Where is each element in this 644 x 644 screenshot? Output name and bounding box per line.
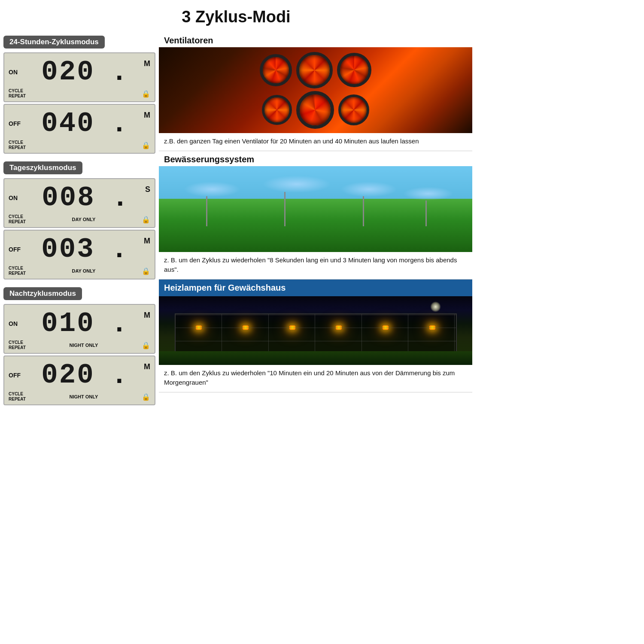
mode-day: Tageszyklusmodus ON 008 . S CYCLEREPEAT …	[0, 158, 159, 284]
lcd-night-on-digits: 010	[41, 308, 94, 339]
lcd-night-tag-2: NIGHT ONLY	[70, 394, 98, 399]
lcd-24h-off-unit: M	[144, 108, 150, 120]
lcd-24h-off-digits: 040	[41, 108, 94, 139]
lcd-day-on-digits: 008	[42, 182, 95, 213]
mode-day-label: Tageszyklusmodus	[3, 161, 82, 174]
lcd-cycle-repeat: CYCLEREPEAT	[9, 88, 26, 99]
greenhouse-title: Heizlampen für Gewächshaus	[159, 279, 472, 296]
lcd-off-label-day: OFF	[9, 246, 21, 253]
lcd-on-label-day: ON	[9, 194, 21, 201]
lock-icon: 🔒	[142, 90, 150, 98]
fans-title: Ventilatoren	[159, 32, 472, 47]
lcd-day-off: OFF 003 . M CYCLEREPEAT DAY ONLY 🔒	[3, 230, 155, 279]
lcd-off-label-night: OFF	[9, 372, 21, 379]
left-column: 24-Stunden-Zyklusmodus ON 020 . M CYCLER…	[0, 32, 159, 410]
lcd-day-off-digits: 003	[41, 234, 94, 265]
lcd-dot-4: .	[115, 234, 123, 261]
lcd-dot-5: .	[115, 308, 123, 336]
lock-icon-3: 🔒	[142, 216, 150, 224]
fans-section: Ventilatoren	[159, 32, 472, 151]
lcd-24h-on: ON 020 . M CYCLEREPEAT 🔒	[3, 52, 155, 102]
mode-24h: 24-Stunden-Zyklusmodus ON 020 . M CYCLER…	[0, 32, 159, 158]
right-column: Ventilatoren	[159, 32, 472, 410]
main-grid: 24-Stunden-Zyklusmodus ON 020 . M CYCLER…	[0, 32, 472, 410]
lcd-cycle-repeat-3: CYCLEREPEAT	[9, 214, 26, 225]
lcd-dot-2: .	[115, 108, 123, 136]
lock-icon-6: 🔒	[142, 393, 150, 401]
lcd-day-on: ON 008 . S CYCLEREPEAT DAY ONLY 🔒	[3, 178, 155, 228]
lcd-24h-on-unit: M	[144, 57, 150, 68]
lock-icon-4: 🔒	[142, 267, 150, 275]
lcd-cycle-repeat-5: CYCLEREPEAT	[9, 340, 26, 350]
lcd-day-tag-2: DAY ONLY	[72, 268, 96, 273]
lcd-on-label: ON	[9, 69, 21, 76]
lcd-cycle-repeat-2: CYCLEREPEAT	[9, 140, 26, 150]
lcd-day-tag: DAY ONLY	[72, 217, 96, 222]
lcd-dot-6: .	[115, 360, 123, 387]
lcd-night-off-unit: M	[144, 360, 150, 371]
fans-description: z.B. den ganzen Tag einen Ventilator für…	[159, 133, 472, 151]
mode-24h-label: 24-Stunden-Zyklusmodus	[3, 36, 105, 49]
irrigation-title: Bewässerungssystem	[159, 151, 472, 166]
mode-night-label: Nachtzyklusmodus	[3, 287, 82, 300]
page-title: 3 Zyklus-Modi	[0, 0, 472, 32]
lcd-dot: .	[115, 57, 123, 84]
lcd-day-off-unit: M	[144, 234, 150, 246]
fans-image	[159, 47, 472, 133]
lcd-off-label: OFF	[9, 120, 21, 127]
lock-icon-2: 🔒	[142, 141, 150, 149]
irrigation-image	[159, 166, 472, 252]
lcd-night-on-unit: M	[144, 308, 150, 320]
page-wrapper: 3 Zyklus-Modi 24-Stunden-Zyklusmodus ON …	[0, 0, 472, 410]
greenhouse-section: Heizlampen für Gewächshaus	[159, 279, 472, 392]
lcd-day-on-unit: S	[145, 182, 150, 194]
lcd-24h-on-digits: 020	[41, 57, 94, 88]
lcd-24h-off: OFF 040 . M CYCLEREPEAT 🔒	[3, 104, 155, 154]
lcd-on-label-night: ON	[9, 320, 21, 327]
irrigation-section: Bewässerungssystem	[159, 151, 472, 279]
greenhouse-image	[159, 296, 472, 365]
lcd-dot-3: .	[116, 182, 124, 210]
lcd-cycle-repeat-4: CYCLEREPEAT	[9, 266, 26, 276]
lock-icon-5: 🔒	[142, 341, 150, 349]
lcd-night-on: ON 010 . M CYCLEREPEAT NIGHT ONLY 🔒	[3, 304, 155, 354]
greenhouse-description: z. B. um den Zyklus zu wiederholen "10 M…	[159, 365, 472, 392]
lcd-cycle-repeat-6: CYCLEREPEAT	[9, 392, 26, 402]
irrigation-description: z. B. um den Zyklus zu wiederholen "8 Se…	[159, 252, 472, 279]
mode-night: Nachtzyklusmodus ON 010 . M CYCLEREPEAT …	[0, 284, 159, 410]
lcd-night-off: OFF 020 . M CYCLEREPEAT NIGHT ONLY 🔒	[3, 355, 155, 405]
lcd-night-off-digits: 020	[41, 360, 94, 391]
lcd-night-tag: NIGHT ONLY	[70, 343, 98, 348]
